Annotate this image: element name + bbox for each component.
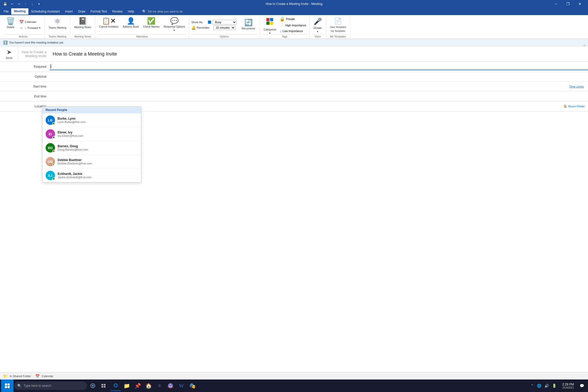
forward-button[interactable]: → → Forward ▾ bbox=[17, 25, 42, 31]
taskbar-app-chrome[interactable] bbox=[165, 381, 176, 391]
svg-rect-4 bbox=[5, 383, 7, 385]
view-templates-button[interactable]: 📄 View Templates My Templates bbox=[328, 16, 348, 33]
up-button[interactable]: ↑ bbox=[22, 1, 29, 7]
teams-meeting-label: Teams Meeting bbox=[47, 34, 68, 39]
dictate-button[interactable]: 🎤 Dictate ▾ bbox=[312, 16, 324, 33]
menu-file[interactable]: File bbox=[1, 9, 11, 14]
svg-rect-0 bbox=[266, 18, 270, 21]
taskbar-app-other[interactable]: 🎭 bbox=[187, 381, 198, 391]
check-names-button[interactable]: ✅ Check Names bbox=[141, 16, 161, 33]
contact-burke-lynn[interactable]: LB Burke, Lynn Lynn.Burke@fnst.com bbox=[42, 113, 141, 127]
teams-meeting-button[interactable]: ⚛ Teams Meeting bbox=[47, 16, 68, 33]
menu-help[interactable]: Help bbox=[125, 9, 137, 14]
taskbar-app-explorer[interactable]: 📁 bbox=[121, 381, 132, 391]
menu-format-text[interactable]: Format Text bbox=[88, 9, 109, 14]
recurrence-icon: 🔄 bbox=[244, 19, 253, 27]
start-time-row: Start time Time zones bbox=[0, 82, 588, 91]
show-as-color bbox=[208, 21, 211, 24]
shared-folder-text: In Shared Folder bbox=[10, 375, 31, 378]
show-as-select[interactable]: Busy Free Out of Office bbox=[213, 20, 237, 24]
contact-email-db: Debbie.Buettner@fnst.com bbox=[58, 162, 92, 165]
customize-qat-button[interactable]: ▾ bbox=[36, 1, 42, 7]
redo-button[interactable]: ↪ bbox=[16, 1, 22, 7]
status-dot-db bbox=[52, 164, 55, 166]
voice-group: 🎤 Dictate ▾ Voice bbox=[310, 16, 326, 39]
response-options-button[interactable]: 💬 Response Options ▾ bbox=[162, 16, 187, 33]
end-date-input[interactable] bbox=[51, 95, 77, 98]
svg-point-16 bbox=[169, 385, 172, 387]
window-controls: ─ ❐ ✕ bbox=[550, 0, 586, 8]
status-dot-lb bbox=[52, 122, 55, 125]
actions-label: Actions bbox=[4, 34, 42, 39]
svg-rect-12 bbox=[101, 386, 103, 388]
recurrence-button[interactable]: 🔄 Recurrence bbox=[239, 16, 258, 33]
taskbar-app-outlook[interactable]: O bbox=[111, 381, 121, 391]
high-importance-button[interactable]: ❕ High Importance bbox=[279, 23, 307, 28]
notification-button[interactable]: 💬 bbox=[577, 381, 587, 391]
send-button[interactable]: ➤ Send bbox=[0, 46, 18, 62]
start-time-input[interactable] bbox=[79, 85, 100, 88]
address-book-button[interactable]: 👤 Address Book bbox=[121, 16, 141, 33]
cortana-button[interactable] bbox=[88, 381, 98, 391]
clock-time: 2:29 PM bbox=[562, 383, 574, 386]
cancel-invite-button[interactable]: 📋✕ Cancel Invitation bbox=[97, 16, 120, 33]
svg-rect-7 bbox=[8, 386, 10, 388]
menu-review[interactable]: Review bbox=[110, 9, 125, 14]
title-input[interactable] bbox=[50, 49, 588, 59]
undo-button[interactable]: ↩ bbox=[9, 1, 15, 7]
taskbar-app-teams[interactable]: ⚛ bbox=[154, 381, 165, 391]
save-qat-button[interactable]: 💾 bbox=[2, 1, 8, 7]
menu-meeting[interactable]: Meeting bbox=[11, 8, 28, 15]
delete-icon: 🗑️ bbox=[6, 17, 15, 25]
minimize-button[interactable]: ─ bbox=[550, 0, 562, 8]
menu-insert[interactable]: Insert bbox=[62, 9, 75, 14]
my-templates-group: 📄 View Templates My Templates My Templat… bbox=[326, 16, 351, 39]
end-time-input[interactable] bbox=[79, 95, 100, 98]
low-importance-icon: ↓ bbox=[280, 29, 281, 33]
svg-rect-13 bbox=[104, 386, 106, 388]
contact-eckhardt-jackie[interactable]: EJ Eckhardt, Jackie Jackie.Eckhardt@fnst… bbox=[42, 169, 141, 182]
taskbar-clock[interactable]: 2:29 PM 2/14/2021 bbox=[560, 383, 576, 389]
reminder-select[interactable]: 15 minutes 30 minutes 1 hour bbox=[213, 25, 235, 30]
task-view-button[interactable] bbox=[99, 381, 109, 391]
contact-ebner-ivy[interactable]: EI Ebner, Ivy Ivy.Ebner@fnst.com bbox=[42, 127, 141, 141]
start-date-input[interactable] bbox=[51, 85, 77, 88]
taskbar-app-home[interactable]: 🏠 bbox=[143, 381, 154, 391]
start-button[interactable] bbox=[1, 379, 14, 392]
menu-scheduling-assistant[interactable]: Scheduling Assistant bbox=[28, 9, 63, 14]
taskbar-app-sticky[interactable]: 📌 bbox=[132, 381, 143, 391]
contact-debbie-buettner[interactable]: DB Debbie Buettner Debbie.Buettner@fnst.… bbox=[42, 155, 141, 169]
svg-point-9 bbox=[92, 385, 94, 387]
down-button[interactable]: ↓ bbox=[29, 1, 35, 7]
taskbar-app-word[interactable]: W bbox=[176, 381, 187, 391]
info-message: You haven't sent this meeting invitation… bbox=[9, 41, 64, 44]
contact-barnes-doug[interactable]: BD Barnes, Doug Doug.Barnes@fnst.com bbox=[42, 141, 141, 155]
response-dropdown-icon: ▾ bbox=[174, 29, 175, 32]
optional-input[interactable] bbox=[50, 73, 588, 81]
options-rows: Show As: Busy Free Out of Office 🔔 Remin… bbox=[191, 16, 237, 33]
chevron-up-icon[interactable]: ⌃ bbox=[530, 383, 535, 389]
actions-group: 🗑️ Delete 📅 Calendar → → Forward ▾ Actio… bbox=[2, 16, 45, 39]
room-finder-button[interactable]: 🏠 Room Finder bbox=[560, 103, 588, 109]
taskbar-search[interactable]: 🔍 Type here to search bbox=[14, 382, 87, 390]
private-button[interactable]: 🔒 Private bbox=[279, 16, 307, 22]
calendar-button[interactable]: 📅 Calendar bbox=[17, 19, 42, 25]
restore-button[interactable]: ❐ bbox=[562, 0, 574, 8]
close-button[interactable]: ✕ bbox=[574, 0, 586, 8]
categorize-button[interactable]: Categorize ▾ bbox=[262, 16, 278, 33]
attendees-group: 📋✕ Cancel Invitation 👤 Address Book ✅ Ch… bbox=[95, 16, 189, 39]
network-icon[interactable]: 🌐 bbox=[536, 383, 542, 389]
ribbon-search-input[interactable]: Tell me what you want to do bbox=[148, 10, 183, 13]
svg-rect-11 bbox=[104, 384, 106, 385]
recent-people-dropdown: Recent People LB Burke, Lynn Lynn.Burke@… bbox=[42, 106, 141, 182]
timezone-link[interactable]: Time zones bbox=[569, 85, 588, 88]
low-importance-button[interactable]: ↓ Low Importance bbox=[279, 28, 307, 34]
start-time-label: Start time bbox=[18, 85, 50, 88]
volume-icon[interactable]: 🔊 bbox=[543, 383, 550, 389]
meeting-notes-button[interactable]: 📓 Meeting Notes bbox=[72, 16, 93, 33]
delete-button[interactable]: 🗑️ Delete bbox=[4, 16, 17, 33]
dictate-icon: 🎤 bbox=[314, 17, 322, 26]
battery-icon[interactable]: 🔋 bbox=[551, 383, 558, 389]
menu-draw[interactable]: Draw bbox=[75, 9, 88, 14]
optional-row: Optional bbox=[0, 72, 588, 82]
